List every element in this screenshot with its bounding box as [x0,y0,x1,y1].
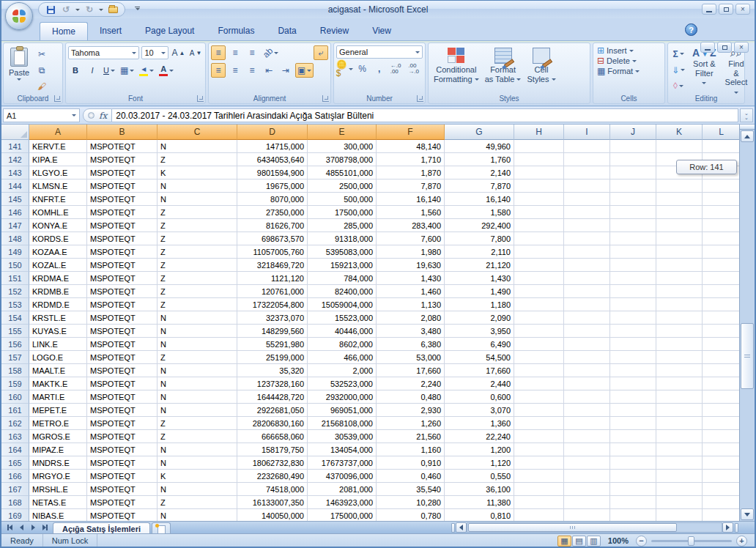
last-sheet-button[interactable] [40,523,50,533]
cell[interactable] [610,470,656,483]
cell[interactable] [610,193,656,206]
cell[interactable]: 1,430 [377,272,445,285]
row-header-167[interactable]: 167 [1,483,29,496]
cell[interactable]: KRDMD.E [29,298,87,311]
open-button[interactable] [107,4,119,15]
cell[interactable]: 466,000 [308,351,377,364]
cell[interactable]: 35,320 [237,364,308,377]
cell[interactable] [656,470,703,483]
cell[interactable]: 16,140 [377,193,445,206]
cell[interactable] [703,443,741,456]
borders-button[interactable]: ▦ [119,63,136,78]
normal-view-button[interactable]: ▦ [557,536,571,547]
cell[interactable]: 15059004,000 [308,298,377,311]
cell[interactable]: 120761,000 [237,285,308,298]
cell[interactable] [514,153,564,166]
percent-style-button[interactable]: % [355,62,370,76]
column-header-h[interactable]: H [514,125,564,140]
column-header-f[interactable]: F [377,125,445,140]
tab-page-layout[interactable]: Page Layout [133,22,206,40]
cell[interactable] [656,140,703,153]
cell[interactable]: 4855101,000 [308,166,377,179]
cell[interactable]: 1644428,720 [237,390,308,404]
cell[interactable]: 532523,000 [308,377,377,390]
cell[interactable]: MSPOTEQT [87,509,158,521]
column-header-e[interactable]: E [308,125,377,140]
cell[interactable]: 0,550 [445,470,514,483]
cell[interactable]: 2081,000 [308,483,377,496]
cell[interactable] [610,166,656,179]
italic-button[interactable]: I [85,63,100,78]
alignment-dialog-launcher[interactable] [322,95,329,102]
cell[interactable]: 11057005,760 [237,245,308,259]
cell[interactable]: 1,430 [445,272,514,285]
cell[interactable]: 81626,700 [237,219,308,232]
cell[interactable] [610,483,656,496]
cell[interactable]: Z [158,259,237,272]
cell[interactable] [514,193,564,206]
column-header-c[interactable]: C [158,125,237,140]
cell[interactable] [610,179,656,193]
cell[interactable]: MSPOTEQT [87,325,158,338]
cell[interactable] [610,417,656,430]
cell[interactable]: N [158,443,237,456]
cell[interactable]: 1,180 [445,298,514,311]
cell[interactable]: 17,660 [377,364,445,377]
column-header-d[interactable]: D [237,125,308,140]
column-header-a[interactable]: A [29,125,87,140]
cell[interactable]: MSPOTEQT [87,456,158,470]
cell[interactable] [514,364,564,377]
cell[interactable]: K [158,470,237,483]
cell[interactable]: MSPOTEQT [87,232,158,245]
zoom-in-button[interactable]: + [736,536,747,547]
cell[interactable]: 2232680,490 [237,470,308,483]
cell[interactable]: 36,100 [445,483,514,496]
office-button[interactable] [5,2,33,30]
cell[interactable] [703,390,741,404]
cell[interactable]: Z [158,206,237,219]
cell[interactable]: 7,600 [377,232,445,245]
cell[interactable]: N [158,377,237,390]
cell[interactable]: Z [158,272,237,285]
horizontal-scroll-track[interactable] [467,522,722,533]
zoom-slider[interactable] [651,540,732,542]
cell[interactable] [610,390,656,404]
cell[interactable]: N [158,509,237,521]
cell[interactable]: 2,930 [377,404,445,417]
wrap-text-button[interactable]: ⤶ [314,45,328,60]
cell[interactable]: MSPOTEQT [87,140,158,153]
cell[interactable]: MSPOTEQT [87,377,158,390]
cell[interactable]: 158179,750 [237,443,308,456]
cell[interactable] [656,193,703,206]
cell[interactable] [564,509,610,521]
cell[interactable]: KONYA.E [29,219,87,232]
clipboard-dialog-launcher[interactable] [54,95,61,102]
cell[interactable] [656,179,703,193]
cell[interactable]: 283,400 [377,219,445,232]
cell[interactable]: 22,240 [445,430,514,443]
tab-insert[interactable]: Insert [88,22,133,40]
grow-font-button[interactable]: A▲ [171,45,186,60]
cell[interactable]: KOZAL.E [29,259,87,272]
cell[interactable] [656,298,703,311]
cell[interactable]: Z [158,496,237,509]
cell[interactable]: 1,260 [377,417,445,430]
cell[interactable]: N [158,140,237,153]
scroll-down-button[interactable] [741,508,754,520]
row-header-151[interactable]: 151 [1,272,29,285]
cell[interactable] [610,364,656,377]
cell[interactable] [703,179,741,193]
font-size-combo[interactable]: 10 [141,46,168,59]
cell[interactable] [610,272,656,285]
cell[interactable] [610,404,656,417]
cell[interactable]: MSPOTEQT [87,496,158,509]
cell[interactable]: NIBAS.E [29,509,87,521]
cell-styles-button[interactable]: CellStyles [524,45,558,93]
cell[interactable] [610,338,656,351]
cell[interactable] [564,364,610,377]
cell[interactable] [703,404,741,417]
cell[interactable] [610,140,656,153]
cell[interactable]: 285,000 [308,219,377,232]
name-box[interactable]: A1 [3,108,80,122]
horizontal-scroll-thumb[interactable] [468,523,677,532]
